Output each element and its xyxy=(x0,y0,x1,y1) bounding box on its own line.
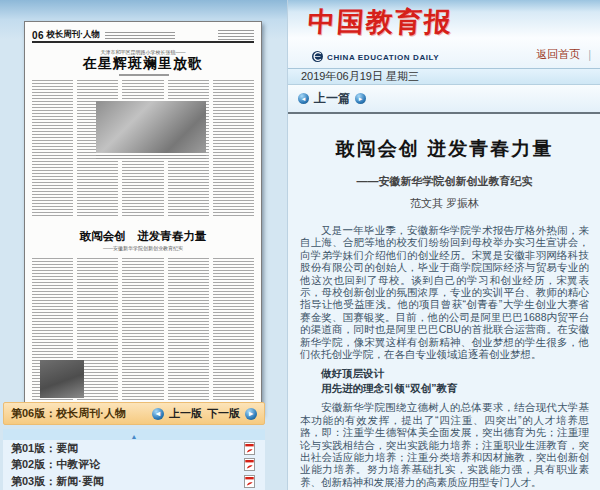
edition-list-panel: 第01版：要闻 第02版：中教评论 第03版：新闻·要闻 xyxy=(3,429,265,490)
article-section-head: 做好顶层设计 xyxy=(300,367,589,379)
article1-photo xyxy=(96,101,206,153)
newspaper-page-number: 06 xyxy=(32,30,44,41)
article-authors: 范文其 罗振林 xyxy=(300,196,589,211)
masthead-brand-mark xyxy=(218,30,254,40)
next-edition-icon[interactable] xyxy=(245,408,257,420)
article2-photo xyxy=(40,360,84,398)
pdf-icon[interactable] xyxy=(244,458,255,471)
link-separator: ｜ xyxy=(584,47,595,62)
home-link-row: 返回首页 ｜ xyxy=(536,47,595,62)
site-logo-english-row: CHINA EDUCATION DAILY xyxy=(312,48,439,66)
next-edition-label[interactable]: 下一版 xyxy=(207,406,240,421)
epaper-left-panel: 06 校长周刊·人物 天津市和平区昆明路小学校长张锐—— 在星辉斑斓里放歌 敢闯… xyxy=(0,0,287,490)
article-nav-row: 上一篇 xyxy=(288,85,600,114)
prev-article-icon[interactable] xyxy=(298,93,309,104)
prev-edition-label[interactable]: 上一版 xyxy=(169,406,202,421)
article2-subtitle: ——安徽新华学院创新创业教育纪实 xyxy=(25,245,261,251)
article-content: 敢闯会创 迸发青春力量 ——安徽新华学院创新创业教育纪实 范文其 罗振林 又是一… xyxy=(288,114,600,488)
edition-list-item[interactable]: 第02版：中教评论 xyxy=(3,457,265,474)
edition-list-item[interactable]: 第03版：新闻·要闻 xyxy=(3,473,265,490)
edition-list-item[interactable]: 第01版：要闻 xyxy=(3,440,265,457)
newspaper-section-name: 校长周刊·人物 xyxy=(46,29,100,41)
newspaper-masthead: 06 校长周刊·人物 xyxy=(32,28,254,43)
text-column xyxy=(213,80,254,216)
article2-headline: 敢闯会创 迸发青春力量 xyxy=(25,229,261,244)
article-paragraph: 又是一年毕业季，安徽新华学院学术报告厅格外热闹，来自上海、合肥等地的校友们纷纷回… xyxy=(300,224,589,360)
pdf-icon[interactable] xyxy=(244,475,255,488)
article-subtitle: ——安徽新华学院创新创业教育纪实 xyxy=(300,174,589,189)
current-edition-bar: 第06版：校长周刊·人物 上一版 下一版 xyxy=(3,402,265,425)
text-column xyxy=(32,80,73,216)
pdf-icon[interactable] xyxy=(244,442,255,455)
article-title: 敢闯会创 迸发青春力量 xyxy=(300,136,589,162)
site-logo-chinese: 中国教育报 xyxy=(307,4,455,40)
edition-item-label[interactable]: 第02版：中教评论 xyxy=(11,457,100,472)
prev-edition-icon[interactable] xyxy=(152,408,164,420)
edition-item-label[interactable]: 第03版：新闻·要闻 xyxy=(11,474,104,489)
masthead-microtext xyxy=(105,32,175,39)
newspaper-page-thumbnail[interactable]: 06 校长周刊·人物 天津市和平区昆明路小学校长张锐—— 在星辉斑斓里放歌 敢闯… xyxy=(24,21,262,414)
article1-headline: 在星辉斑斓里放歌 xyxy=(25,55,261,73)
collapse-triangle-icon[interactable] xyxy=(3,429,265,440)
globe-icon xyxy=(312,48,323,66)
site-header: 中国教育报 CHINA EDUCATION DAILY 返回首页 ｜ xyxy=(288,0,600,68)
text-column xyxy=(213,258,254,406)
text-column xyxy=(168,258,209,406)
article-body: 又是一年毕业季，安徽新华学院学术报告厅格外热闹，来自上海、合肥等地的校友们纷纷回… xyxy=(300,224,589,488)
next-article-icon[interactable] xyxy=(355,93,366,104)
return-home-link[interactable]: 返回首页 xyxy=(536,47,580,62)
current-edition-label: 第06版：校长周刊·人物 xyxy=(11,406,126,421)
article1-photo-caption xyxy=(96,155,206,159)
article-paragraph: 安徽新华学院围绕立德树人的总体要求，结合现代大学基本功能的有效发挥，提出了“四注… xyxy=(300,401,589,488)
text-column xyxy=(122,258,163,406)
article-section-head: 用先进的理念引领“双创”教育 xyxy=(300,382,589,394)
article-reader-panel: 中国教育报 CHINA EDUCATION DAILY 返回首页 ｜ 2019年… xyxy=(287,0,600,490)
article1-byline-line xyxy=(119,74,169,76)
date-bar: 2019年06月19日 星期三 xyxy=(288,68,600,85)
site-logo-english: CHINA EDUCATION DAILY xyxy=(327,53,439,62)
prev-article-label[interactable]: 上一篇 xyxy=(314,90,350,107)
edition-item-label[interactable]: 第01版：要闻 xyxy=(11,441,78,456)
edition-pager: 上一版 下一版 xyxy=(152,406,257,421)
